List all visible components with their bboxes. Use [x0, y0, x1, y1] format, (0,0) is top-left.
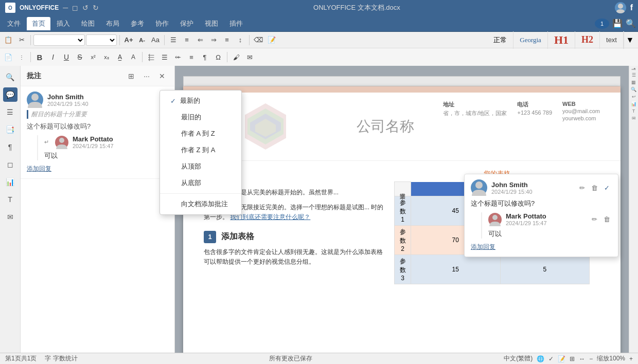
menu-protect[interactable]: 保护 [175, 17, 199, 30]
menu-insert[interactable]: 插入 [51, 17, 75, 30]
decrease-font-btn[interactable]: A- [136, 34, 148, 46]
pilcrow-btn[interactable]: ¶ [199, 51, 211, 63]
indent-btn[interactable]: ⇒ [207, 34, 220, 46]
format-paste-btn[interactable]: ⋮ [15, 51, 28, 63]
right-sidebar-icon-8[interactable]: ✉ [632, 116, 636, 121]
style-text[interactable]: text [600, 31, 624, 49]
popup-delete-btn[interactable]: 🗑 [589, 183, 599, 193]
menu-collaborate[interactable]: 协作 [150, 17, 174, 30]
italic-btn[interactable]: I [47, 51, 59, 63]
fullscreen-btn[interactable]: 🔍 [626, 19, 636, 28]
popup-reply-edit-btn[interactable]: ✏ [589, 214, 599, 225]
sidebar-table-contents[interactable]: ☰ [3, 105, 17, 119]
undo-btn[interactable]: ↺ [82, 4, 88, 12]
style-h2[interactable]: H2 [575, 31, 600, 49]
underline-btn[interactable]: U [60, 51, 73, 63]
menu-plugins[interactable]: 插件 [224, 17, 248, 30]
sidebar-mail[interactable]: ✉ [3, 210, 17, 224]
font-name-select[interactable]: Elephant [33, 34, 85, 46]
sidebar-search[interactable]: 🔍 [3, 70, 17, 84]
copy-style-btn[interactable]: 📝 [265, 34, 278, 46]
sort-author-za[interactable]: 作者 Z 到 A [160, 142, 241, 158]
style-normal[interactable]: 正常 [487, 31, 513, 49]
popup-edit-btn[interactable]: ✏ [577, 183, 587, 193]
fit-width-btn[interactable]: ↔ [579, 355, 585, 362]
right-sidebar-icon-6[interactable]: 📊 [631, 101, 636, 106]
sidebar-comments[interactable]: 💬 [3, 87, 17, 102]
line-spacing-btn[interactable]: ↕ [234, 34, 246, 46]
menu-file[interactable]: 文件 [2, 17, 26, 30]
sort-from-top[interactable]: 从顶部 [160, 158, 241, 175]
subscript-btn[interactable]: x₂ [100, 51, 113, 63]
align-left-btn[interactable]: ⬱ [145, 51, 157, 63]
right-sidebar-icon-1[interactable]: ¶ [631, 68, 636, 70]
eraser-btn[interactable]: ⌫ [252, 34, 264, 46]
right-sidebar-icon-5[interactable]: ↩ [632, 94, 636, 99]
menu-draw[interactable]: 绘图 [76, 17, 100, 30]
add-reply-link-1[interactable]: 添加回复 [27, 165, 51, 173]
track-changes-icon[interactable]: 📝 [558, 355, 565, 362]
fit-page-btn[interactable]: ⊞ [570, 355, 575, 362]
align-right-btn[interactable]: ⬰ [172, 51, 184, 63]
word-count[interactable]: 字 字数统计 [45, 354, 77, 363]
language[interactable]: 中文(繁體) [504, 354, 533, 363]
restore-btn[interactable]: ◻ [72, 4, 78, 12]
fb-icon[interactable]: f [630, 3, 633, 12]
menu-view[interactable]: 视图 [200, 17, 223, 30]
sidebar-navigation[interactable]: 📑 [3, 122, 17, 137]
outdent-btn[interactable]: ⇐ [194, 34, 206, 46]
save-location-btn[interactable]: 💾 [612, 19, 623, 28]
sort-newest[interactable]: 最新的 [160, 93, 241, 109]
minimize-btn[interactable]: ─ [63, 4, 68, 12]
style-h1[interactable]: H1 [548, 31, 575, 49]
sort-from-bottom[interactable]: 从底部 [160, 175, 241, 191]
right-sidebar-icon-7[interactable]: T [632, 108, 635, 114]
menu-references[interactable]: 参考 [126, 17, 149, 30]
sidebar-chart[interactable]: 📊 [3, 175, 17, 189]
align-center-btn2[interactable]: ☰ [158, 51, 171, 63]
menu-layout[interactable]: 布局 [101, 17, 125, 30]
sort-oldest[interactable]: 最旧的 [160, 109, 241, 125]
doc-area[interactable]: 公司名称 地址 省，市，城市/地区，国家 电话 +123 456 789 WEB… [175, 66, 629, 353]
popup-add-reply-link[interactable]: 添加回复 [471, 243, 495, 251]
right-sidebar-icon-3[interactable]: ▦ [631, 80, 636, 85]
menu-home[interactable]: 首页 [27, 17, 50, 30]
zoom-in-btn[interactable]: + [629, 355, 633, 362]
cut-btn[interactable]: ✂ [15, 34, 28, 46]
right-sidebar-icon-2[interactable]: ☰ [632, 72, 636, 78]
symbols-btn[interactable]: Ω [212, 51, 224, 63]
sidebar-shapes[interactable]: ◻ [3, 157, 17, 172]
redo-btn[interactable]: ↻ [93, 4, 99, 12]
strikethrough-btn[interactable]: S [74, 51, 86, 63]
paste-btn[interactable]: 📄 [2, 51, 14, 63]
comment-sort-btn[interactable]: ··· [140, 70, 153, 82]
copy-format-btn[interactable]: 🖌 [230, 51, 242, 63]
popup-reply-delete-btn[interactable]: 🗑 [601, 214, 612, 225]
font-case-btn[interactable]: Aa [149, 34, 162, 46]
sidebar-paragraph[interactable]: ¶ [3, 140, 17, 154]
superscript-btn[interactable]: x² [87, 51, 99, 63]
zoom-out-btn[interactable]: − [589, 355, 593, 362]
comment-close-btn[interactable]: ✕ [156, 70, 168, 82]
sort-author-az[interactable]: 作者 A 到 Z [160, 125, 241, 142]
ordered-list-btn[interactable]: ≡ [181, 34, 193, 46]
sidebar-text[interactable]: T [3, 192, 17, 207]
style-georgia[interactable]: Georgia [513, 31, 548, 49]
font-color-btn[interactable]: A [127, 51, 139, 63]
justify-btn[interactable]: ≡ [185, 51, 198, 63]
clipboard-btn[interactable]: 📋 [2, 34, 14, 46]
mail-btn[interactable]: ✉ [243, 51, 256, 63]
user-avatar[interactable] [615, 2, 626, 13]
font-size-select[interactable]: 二号 [86, 34, 117, 46]
spellcheck-icon[interactable]: ✓ [548, 355, 554, 362]
right-sidebar-icon-4[interactable]: 🔍 [631, 87, 636, 92]
highlight-btn[interactable]: A̲ [114, 51, 126, 63]
add-comment-btn[interactable]: ⊞ [125, 70, 137, 82]
increase-font-btn[interactable]: A+ [122, 34, 135, 46]
doc-link[interactable]: 我们到底还需要注意什么呢？ [230, 213, 310, 221]
add-to-doc-btn[interactable]: 向文档添加批注 [160, 196, 241, 212]
style-dropdown-btn[interactable]: ▼ [624, 31, 636, 49]
align-center-btn[interactable]: ≡ [221, 34, 233, 46]
popup-resolve-btn[interactable]: ✓ [601, 183, 612, 193]
bold-btn[interactable]: B [33, 51, 46, 63]
